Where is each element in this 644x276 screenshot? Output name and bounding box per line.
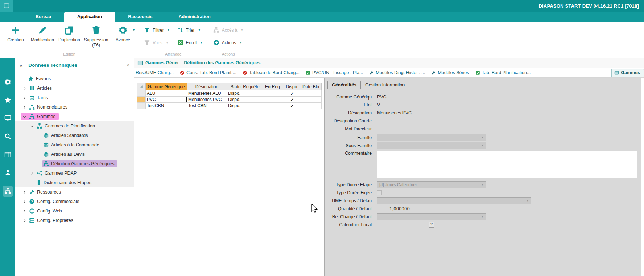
module-search-icon[interactable] [3,131,13,142]
column-header-designation[interactable]: Désignation [187,83,227,90]
close-sidebar-button[interactable]: × [126,62,129,68]
vues-button[interactable]: Vues▼ [144,40,170,46]
cell-err-req[interactable] [263,97,283,103]
creation-button[interactable]: Création [2,23,29,51]
cell-designation[interactable]: Menuiseries PVC [187,97,227,103]
column-header-err-req[interactable]: Err.Req. [263,83,283,90]
menu-tab-application[interactable]: Application [64,12,115,22]
tree-item-favoris[interactable]: Favoris [15,74,134,84]
tree-item-articles-standards[interactable]: Articles Standards [15,131,134,140]
tree-item-config-commerciale[interactable]: ?Config. Commerciale [15,197,134,206]
cell-designation[interactable]: Test CBN [187,103,227,109]
cell-err-req[interactable] [263,103,283,109]
tree-item-config-web[interactable]: Config. Web [15,206,134,216]
tree-item-tarifs[interactable]: Tarifs [15,93,134,102]
table-row-testcbn[interactable]: TestCBNTest CBNDispo. [137,103,322,109]
cell-date-blo[interactable] [301,90,322,97]
doc-tab-pvc-un-lissage-pla[interactable]: PVC/UN - Lissage : Pla... [306,70,363,75]
excel-button[interactable]: Excel▼ [177,40,203,46]
table-row-alu[interactable]: ALUMenuiseries ALUDispo. [137,90,322,97]
dispo-checkbox[interactable] [290,92,294,96]
module-gear-icon[interactable] [3,77,13,88]
cell-statut[interactable]: Dispo. [227,103,263,109]
cell-gamme[interactable]: TestCBN [146,103,187,109]
commentaire-textarea[interactable] [377,151,637,178]
module-person-icon[interactable] [3,168,13,179]
tree-item-config-proprietes[interactable]: Config. Propriétés [15,216,134,225]
type-duree-figee-checkbox[interactable] [377,190,382,195]
trier-button[interactable]: Trier▼ [177,27,203,33]
err-req-checkbox[interactable] [271,98,275,102]
column-header-dispo[interactable]: Dispo. [283,83,301,90]
re-charge-defaut-dropdown[interactable]: ▼ [377,213,486,220]
cell-statut[interactable]: Dispo. [227,97,263,103]
doc-tab-modeles-diag-histo[interactable]: Modèles Diag. Histo. : ... [369,70,425,75]
cell-err-req[interactable] [263,90,283,97]
doc-tab-modeles-series[interactable]: Modèles Séries [431,70,469,75]
chevron-down-icon: ▼ [241,28,244,32]
module-monitor-icon[interactable] [3,113,13,124]
chevron-down-icon: ▼ [200,41,203,44]
chevron-down-icon: ▼ [481,183,484,186]
app-logo-icon[interactable] [0,0,13,12]
cell-dispo[interactable] [283,90,301,97]
err-req-checkbox[interactable] [271,104,275,108]
cell-date-blo[interactable] [301,103,322,109]
acces-a-button[interactable]: Accès à▼ [213,27,244,33]
filtrer-button[interactable]: Filtrer▼ [144,27,170,33]
module-star-icon[interactable] [3,95,13,106]
column-header-date-blo[interactable]: Date Blo. [301,83,322,90]
actions-button[interactable]: Actions▼ [213,40,244,46]
cell-designation[interactable]: Menuiseries ALU [187,90,227,97]
cell-dispo[interactable] [283,97,301,103]
tree-item-definition-gammes-generiques[interactable]: Définition Gammes Génériques [15,159,134,169]
doc-tab-tab-bord-planification[interactable]: Tab. Bord Planification... [475,70,531,75]
tree-item-nomenclatures[interactable]: Nomenclatures [15,102,134,112]
suppression-f6-button[interactable]: Suppression (F6) [83,23,110,51]
doc-tab-res-ume-charg[interactable]: Res./UME Charg... [136,70,174,75]
detail-tab-gestion-information[interactable]: Gestion Information [361,81,409,89]
chevron-right-icon [22,200,27,204]
tree-item-gammes-de-planification[interactable]: Gammes de Planification [15,121,134,131]
row-selector[interactable] [137,97,146,103]
row-selector[interactable] [137,103,146,109]
avance-button[interactable]: Avancé▼ [110,23,136,51]
tree-item-ressources[interactable]: Ressources [15,187,134,197]
sous-famille-dropdown[interactable]: ▼ [377,142,486,149]
collapse-sidebar-button[interactable]: « [20,62,22,68]
tree-item-dictionnaire-des-etapes[interactable]: Dictionnaire des Etapes [15,178,134,187]
menu-tab-raccourcis[interactable]: Raccourcis [115,12,165,22]
err-req-checkbox[interactable] [271,92,275,96]
cell-date-blo[interactable] [301,97,322,103]
cell-dispo[interactable] [283,103,301,109]
duplication-button[interactable]: Duplication [56,23,83,51]
type-duree-etape-dropdown[interactable]: [J] Jours Calendrier▼ [377,181,486,188]
modification-button[interactable]: Modification [29,23,56,51]
cell-gamme[interactable]: PVC [146,97,187,103]
tree-item-articles-au-devis[interactable]: Articles au Devis [15,150,134,159]
menu-tab-administration[interactable]: Administration [166,12,224,22]
calendrier-local-help-button[interactable]: ? [429,222,434,228]
column-header-gamme-generique[interactable]: Gamme Générique [146,83,187,90]
menu-tab-bureau[interactable]: Bureau [22,12,64,22]
doc-tab-gammes[interactable]: Gammes [611,69,644,77]
row-selector[interactable] [137,90,146,97]
tree-item-gammes[interactable]: Gammes [15,112,134,121]
table-row-pvc[interactable]: PVCMenuiseries PVCDispo. [137,97,322,103]
famille-dropdown[interactable]: ▼ [377,134,486,141]
doc-tab-cons-tab-bord-planif[interactable]: Cons. Tab. Bord Planif.... [180,70,236,75]
module-table-icon[interactable] [3,150,13,161]
dispo-checkbox[interactable] [290,98,294,102]
detail-tab-generalites[interactable]: Généralités [327,81,361,89]
doc-tab-tableau-de-bord-charg[interactable]: Tableau de Bord Charg... [243,70,300,75]
cell-statut[interactable]: Dispo. [227,90,263,97]
select-all-corner[interactable] [137,83,146,90]
tree-item-gammes-pdap[interactable]: Gammes PDAP [15,169,134,178]
ume-temps-defau-dropdown[interactable]: ▼ [377,197,531,204]
dispo-checkbox[interactable] [290,104,294,108]
column-header-statut-requete[interactable]: Statut Requête [227,83,263,90]
tree-item-articles[interactable]: Articles [15,84,134,93]
cell-gamme[interactable]: ALU [146,90,187,97]
tree-item-articles-a-la-commande[interactable]: Articles à la Commande [15,140,134,150]
module-sitemap-icon[interactable] [3,186,13,197]
